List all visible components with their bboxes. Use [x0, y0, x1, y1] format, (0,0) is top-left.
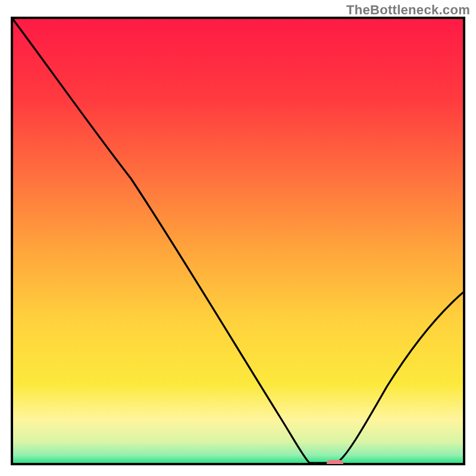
optimal-point-marker	[327, 460, 343, 467]
chart-container: TheBottleneck.com	[0, 0, 476, 476]
bottleneck-chart	[0, 0, 476, 476]
watermark-label: TheBottleneck.com	[346, 2, 470, 18]
heat-gradient-background	[12, 18, 464, 464]
